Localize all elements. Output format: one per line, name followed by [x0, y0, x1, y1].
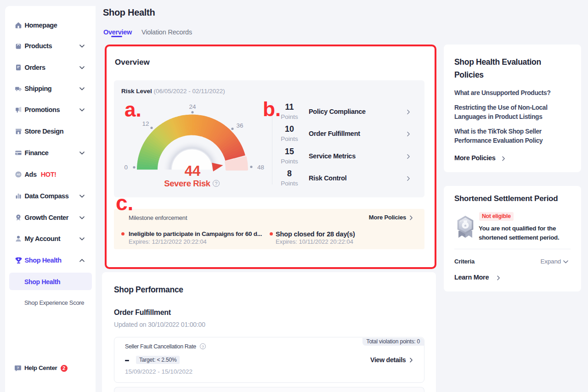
svg-text:48: 48: [257, 164, 264, 171]
svg-text:36: 36: [236, 122, 243, 129]
svg-text:0: 0: [124, 164, 128, 171]
svg-text:AD: AD: [16, 173, 20, 176]
svg-text:?: ?: [17, 366, 19, 370]
svg-text:24: 24: [189, 103, 196, 110]
svg-text:12: 12: [142, 120, 149, 127]
